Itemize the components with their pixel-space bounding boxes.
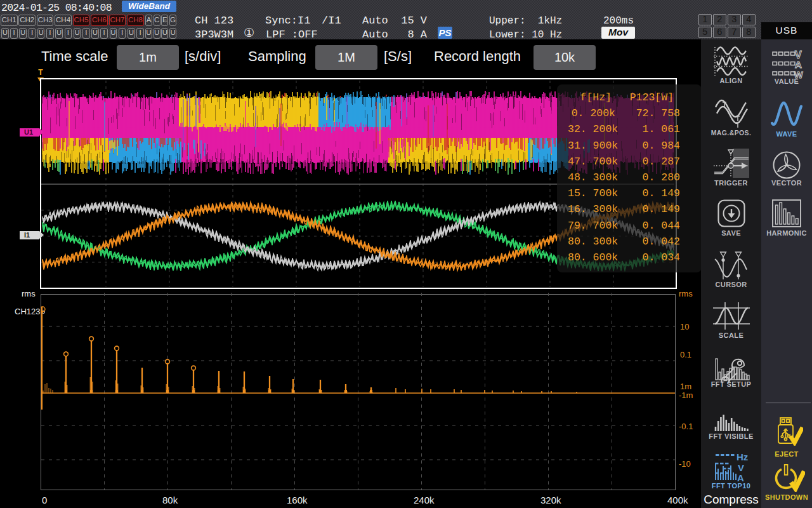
svg-text:A: A <box>795 59 802 70</box>
svg-text:A: A <box>737 472 744 482</box>
svg-text:V: V <box>795 50 802 60</box>
svg-text:Hz: Hz <box>737 453 748 462</box>
svg-text:V: V <box>738 462 744 473</box>
